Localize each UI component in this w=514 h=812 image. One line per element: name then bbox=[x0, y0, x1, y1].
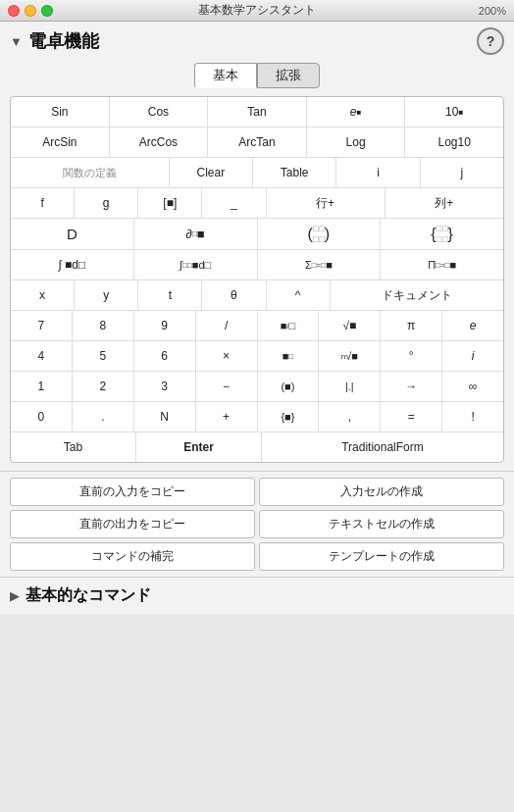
btn-g[interactable]: g bbox=[75, 188, 138, 218]
btn-sin[interactable]: Sin bbox=[11, 97, 110, 127]
btn-table[interactable]: Table bbox=[253, 158, 336, 187]
close-button[interactable] bbox=[8, 5, 20, 17]
btn-comma[interactable]: , bbox=[319, 402, 381, 431]
btn-1[interactable]: 1 bbox=[11, 372, 73, 401]
grid-row-1: Sin Cos Tan e■ 10■ bbox=[11, 97, 503, 127]
btn-N[interactable]: N bbox=[134, 402, 196, 431]
btn-log[interactable]: Log bbox=[307, 127, 406, 157]
btn-bracket[interactable]: [■] bbox=[138, 188, 202, 218]
btn-7[interactable]: 7 bbox=[11, 311, 73, 340]
btn-cos[interactable]: Cos bbox=[110, 97, 209, 127]
btn-integral[interactable]: ∫ ■d□ bbox=[11, 250, 134, 279]
footer-panel: ▶ 基本的なコマンド bbox=[0, 578, 514, 614]
grid-row-8: 7 8 9 / ■/□ √■ π e bbox=[11, 311, 503, 341]
action-row-2: 直前の出力をコピー テキストセルの作成 bbox=[10, 510, 504, 538]
grid-row-9: 4 5 6 × ■□ n√■ ° i bbox=[11, 341, 503, 372]
btn-factorial[interactable]: ! bbox=[442, 402, 503, 431]
btn-arcsin[interactable]: ArcSin bbox=[11, 127, 110, 157]
grid-row-12: Tab Enter TraditionalForm bbox=[11, 432, 503, 462]
help-button[interactable]: ? bbox=[477, 27, 504, 55]
footer-collapse-arrow[interactable]: ▶ bbox=[10, 588, 20, 603]
btn-document[interactable]: ドキュメント bbox=[331, 280, 503, 310]
grid-row-5: D ∂□ ■ ( □□□□ ) { □□□□ } bbox=[11, 219, 503, 250]
btn-f[interactable]: f bbox=[11, 188, 75, 218]
btn-create-input-cell[interactable]: 入力セルの作成 bbox=[259, 478, 504, 506]
zoom-level: 200% bbox=[479, 5, 506, 17]
btn-e-italic[interactable]: e bbox=[442, 311, 503, 340]
btn-sqrt[interactable]: √■ bbox=[319, 311, 381, 340]
btn-partial[interactable]: ∂□ ■ bbox=[134, 219, 258, 249]
btn-product[interactable]: Π□=□ ■ bbox=[381, 250, 503, 279]
btn-row-plus[interactable]: 行+ bbox=[267, 188, 386, 218]
btn-matrix-paren[interactable]: ( □□□□ ) bbox=[258, 219, 382, 249]
btn-0[interactable]: 0 bbox=[11, 402, 73, 431]
btn-tab[interactable]: Tab bbox=[11, 432, 136, 462]
btn-9[interactable]: 9 bbox=[134, 311, 196, 340]
btn-10-power[interactable]: 10■ bbox=[405, 97, 503, 127]
grid-row-11: 0 . N + {■} , = ! bbox=[11, 402, 503, 432]
btn-2[interactable]: 2 bbox=[73, 372, 134, 401]
btn-plus[interactable]: + bbox=[196, 402, 258, 431]
btn-minus[interactable]: − bbox=[196, 372, 258, 401]
btn-arrow[interactable]: → bbox=[381, 372, 442, 401]
btn-j[interactable]: j bbox=[421, 158, 503, 187]
minimize-button[interactable] bbox=[25, 5, 36, 17]
btn-t[interactable]: t bbox=[138, 280, 202, 310]
grid-row-2: ArcSin ArcCos ArcTan Log Log10 bbox=[11, 127, 503, 158]
btn-complete-command[interactable]: コマンドの補完 bbox=[10, 542, 255, 571]
btn-create-text-cell[interactable]: テキストセルの作成 bbox=[259, 510, 504, 538]
btn-col-plus[interactable]: 列+ bbox=[386, 188, 503, 218]
btn-x[interactable]: x bbox=[11, 280, 75, 310]
panel-header: ▼ 電卓機能 ? bbox=[10, 27, 504, 55]
btn-D[interactable]: D bbox=[11, 219, 134, 249]
btn-clear[interactable]: Clear bbox=[170, 158, 253, 187]
btn-5[interactable]: 5 bbox=[73, 341, 134, 371]
btn-integral-bounds[interactable]: ∫□□ ■d□ bbox=[134, 250, 258, 279]
tab-extended[interactable]: 拡張 bbox=[257, 63, 320, 88]
collapse-arrow[interactable]: ▼ bbox=[10, 34, 23, 49]
grid-row-3: 関数の定義 Clear Table i j bbox=[11, 158, 503, 188]
btn-nthroot[interactable]: n√■ bbox=[319, 341, 381, 371]
btn-dot[interactable]: . bbox=[73, 402, 134, 431]
btn-multiply[interactable]: × bbox=[196, 341, 258, 371]
tab-basic[interactable]: 基本 bbox=[194, 63, 257, 88]
btn-i[interactable]: i bbox=[336, 158, 420, 187]
btn-matrix-brace[interactable]: { □□□□ } bbox=[381, 219, 503, 249]
btn-4[interactable]: 4 bbox=[11, 341, 73, 371]
btn-pi[interactable]: π bbox=[381, 311, 442, 340]
btn-divide[interactable]: / bbox=[196, 311, 258, 340]
btn-sum[interactable]: Σ□=□ ■ bbox=[258, 250, 382, 279]
btn-i-italic[interactable]: i bbox=[442, 341, 503, 371]
btn-tan[interactable]: Tan bbox=[208, 97, 307, 127]
btn-copy-input[interactable]: 直前の入力をコピー bbox=[10, 478, 255, 506]
btn-underscore[interactable]: _ bbox=[202, 188, 266, 218]
action-buttons-panel: 直前の入力をコピー 入力セルの作成 直前の出力をコピー テキストセルの作成 コマ… bbox=[0, 472, 514, 578]
btn-traditional-form[interactable]: TraditionalForm bbox=[262, 432, 503, 462]
btn-func-def[interactable]: 関数の定義 bbox=[11, 158, 170, 187]
btn-infinity[interactable]: ∞ bbox=[442, 372, 503, 401]
btn-create-template[interactable]: テンプレートの作成 bbox=[259, 542, 504, 571]
btn-3[interactable]: 3 bbox=[134, 372, 196, 401]
window-title: 基本数学アシスタント bbox=[198, 2, 316, 19]
window-controls[interactable] bbox=[8, 5, 53, 17]
btn-arctan[interactable]: ArcTan bbox=[208, 127, 307, 157]
btn-8[interactable]: 8 bbox=[73, 311, 134, 340]
btn-fraction[interactable]: ■/□ bbox=[258, 311, 320, 340]
btn-brace[interactable]: {■} bbox=[258, 402, 320, 431]
btn-enter[interactable]: Enter bbox=[136, 432, 262, 462]
btn-log10[interactable]: Log10 bbox=[405, 127, 503, 157]
btn-caret[interactable]: ^ bbox=[267, 280, 331, 310]
maximize-button[interactable] bbox=[41, 5, 53, 17]
btn-arccos[interactable]: ArcCos bbox=[110, 127, 209, 157]
btn-6[interactable]: 6 bbox=[134, 341, 196, 371]
btn-equals[interactable]: = bbox=[381, 402, 442, 431]
btn-abs[interactable]: |.| bbox=[319, 372, 381, 401]
btn-power[interactable]: ■□ bbox=[258, 341, 320, 371]
footer-title: 基本的なコマンド bbox=[26, 585, 151, 606]
btn-theta[interactable]: θ bbox=[202, 280, 266, 310]
btn-y[interactable]: y bbox=[75, 280, 138, 310]
btn-paren[interactable]: (■) bbox=[258, 372, 320, 401]
btn-e-power[interactable]: e■ bbox=[307, 97, 406, 127]
btn-copy-output[interactable]: 直前の出力をコピー bbox=[10, 510, 255, 538]
btn-degree[interactable]: ° bbox=[381, 341, 442, 371]
